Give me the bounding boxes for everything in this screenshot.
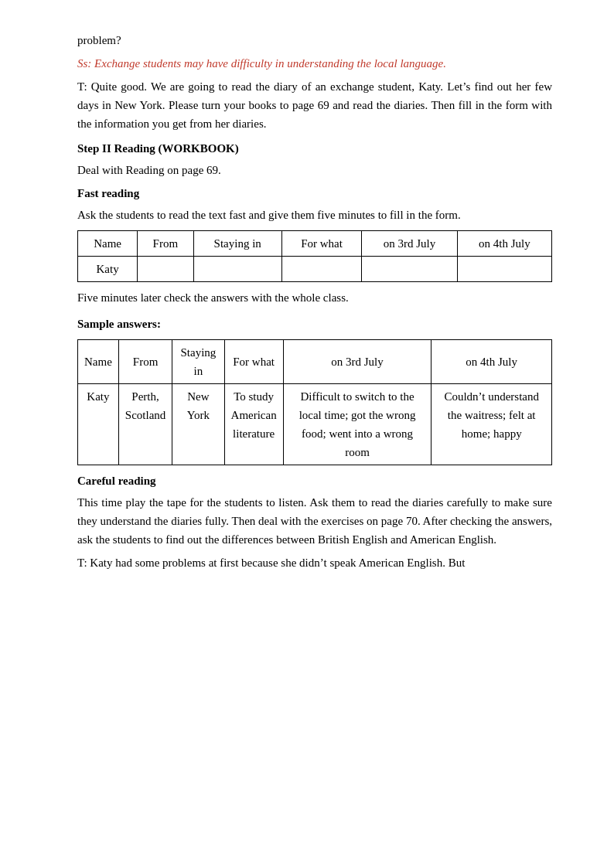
step2-para: Deal with Reading on page 69. xyxy=(77,161,552,179)
fast-reading-para: Ask the students to read the text fast a… xyxy=(77,206,552,224)
table-fast-reading: Name From Staying in For what on 3rd Jul… xyxy=(77,230,552,282)
table1-row1-from xyxy=(138,257,193,282)
sa-col-header-4thjuly: on 4th July xyxy=(432,340,552,384)
sa-row1-forwhat: To studyAmericanliterature xyxy=(224,384,283,465)
after-table1-text: Five minutes later check the answers wit… xyxy=(77,288,552,307)
col-header-from: From xyxy=(138,231,193,257)
sa-col-header-3rdjuly: on 3rd July xyxy=(283,340,432,384)
sa-row1-4thjuly: Couldn’t understand the waitress; felt a… xyxy=(432,384,552,465)
sa-row1-3rdjuly: Difficult to switch to the local time; g… xyxy=(283,384,432,465)
sa-col-header-forwhat: For what xyxy=(224,340,283,384)
col-header-3rdjuly: on 3rd July xyxy=(362,231,457,257)
sa-row1-name: Katy xyxy=(78,384,119,465)
sample-answers-label: Sample answers: xyxy=(77,315,552,333)
sa-row1-staying: New York xyxy=(172,384,224,465)
paragraph-problem: problem? xyxy=(77,31,552,49)
page-content: problem? Ss: Exchange students may have … xyxy=(77,31,552,572)
sa-row1-from: Perth,Scotland xyxy=(118,384,172,465)
table1-row1-forwhat xyxy=(281,257,361,282)
col-header-name: Name xyxy=(78,231,138,257)
col-header-staying: Staying in xyxy=(193,231,281,257)
paragraph-t-quite-good: T: Quite good. We are going to read the … xyxy=(77,77,552,133)
sa-col-header-staying: Staying in xyxy=(172,340,224,384)
col-header-4thjuly: on 4th July xyxy=(457,231,551,257)
sa-col-header-name: Name xyxy=(78,340,119,384)
sa-col-header-from: From xyxy=(118,340,172,384)
col-header-forwhat: For what xyxy=(281,231,361,257)
table1-row1-4thjuly xyxy=(457,257,551,282)
table1-row1-name: Katy xyxy=(78,257,138,282)
careful-reading-heading: Careful reading xyxy=(77,471,552,490)
table1-row1-staying xyxy=(193,257,281,282)
fast-reading-heading: Fast reading xyxy=(77,184,552,203)
italic-students-line: Ss: Exchange students may have difficult… xyxy=(77,54,552,73)
careful-reading-para: This time play the tape for the students… xyxy=(77,493,552,549)
step2-heading: Step II Reading (WORKBOOK) xyxy=(77,139,552,158)
table-sample-answers: Name From Staying in For what on 3rd Jul… xyxy=(77,339,552,465)
last-para: T: Katy had some problems at first becau… xyxy=(77,553,552,572)
table1-row1-3rdjuly xyxy=(362,257,457,282)
